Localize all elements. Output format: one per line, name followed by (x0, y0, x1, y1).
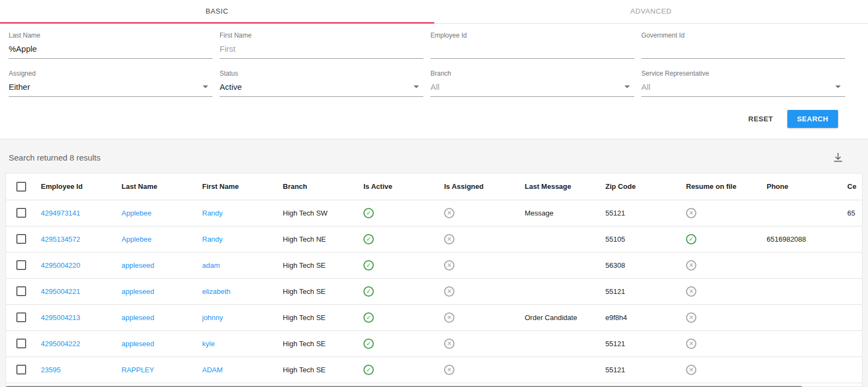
cell-last_message: Order Candidate (525, 304, 605, 330)
x-circle-icon: ✕ (686, 260, 696, 271)
x-circle-icon: ✕ (444, 312, 454, 323)
cell-link-first_name[interactable]: kyle (202, 340, 215, 348)
column-header-branch: Branch (283, 174, 363, 200)
cell-branch: High Tech NE (283, 226, 363, 252)
government-id-label: Government Id (641, 32, 845, 39)
cell-is_active: ✓ (363, 200, 444, 226)
cell-is_active: ✓ (363, 330, 444, 357)
cell-link-employee_id[interactable]: 4294973141 (41, 209, 80, 217)
row-checkbox[interactable] (16, 208, 26, 218)
cell-last_message (525, 226, 605, 252)
table-row: 23595RAPPLEYADAMHigh Tech SE✓✕55121✕ (6, 357, 863, 383)
cell-employee_id: 4295004221 (41, 278, 122, 304)
assigned-label: Assigned (9, 70, 213, 77)
branch-select[interactable]: All (430, 81, 634, 97)
cell-link-employee_id[interactable]: 4295004221 (41, 287, 80, 296)
last-name-label: Last Name (9, 32, 213, 39)
cell-link-employee_id[interactable]: 4295004220 (41, 261, 80, 269)
cell-link-employee_id[interactable]: 23595 (41, 366, 60, 374)
cell-first_name: Randy (202, 200, 283, 226)
cell-is_active: ✓ (363, 252, 444, 278)
cell-last_name: appleseed (122, 278, 202, 304)
cell-employee_id: 4295134572 (41, 226, 122, 252)
cell-cell (847, 226, 863, 252)
cell-link-first_name[interactable]: johnny (202, 314, 223, 322)
row-checkbox[interactable] (16, 286, 26, 296)
status-field: Status Active (220, 70, 423, 97)
table-row: 4295134572ApplebeeRandyHigh Tech NE✓✕551… (6, 226, 863, 252)
service-representative-select[interactable]: All (641, 81, 845, 97)
cell-zip_code: 56308 (605, 252, 686, 278)
cell-link-first_name[interactable]: adam (202, 261, 220, 269)
service-representative-label: Service Representative (641, 70, 845, 77)
x-circle-icon: ✕ (444, 208, 454, 218)
chevron-down-icon (835, 85, 841, 88)
cell-phone (767, 200, 847, 226)
cell-link-last_name[interactable]: appleseed (122, 340, 154, 348)
row-checkbox[interactable] (16, 260, 26, 270)
x-circle-icon: ✕ (444, 339, 454, 349)
cell-cell (847, 330, 863, 357)
cell-link-employee_id[interactable]: 4295004222 (41, 340, 80, 348)
tab-advanced[interactable]: ADVANCED (434, 0, 868, 23)
cell-link-last_name[interactable]: Applebee (122, 235, 151, 243)
cell-resume_on_file: ✕ (686, 357, 767, 383)
employee-id-input[interactable] (430, 42, 634, 59)
search-button[interactable]: SEARCH (787, 110, 838, 128)
column-header-is_assigned: Is Assigned (444, 174, 525, 200)
service-representative-field: Service Representative All (641, 70, 845, 97)
check-circle-icon: ✓ (363, 312, 374, 323)
cell-last_name: appleseed (122, 252, 202, 278)
row-checkbox[interactable] (16, 234, 26, 244)
cell-zip_code: 55121 (605, 200, 686, 226)
government-id-input[interactable] (641, 42, 845, 59)
x-circle-icon: ✕ (686, 339, 696, 349)
cell-employee_id: 4295004222 (41, 330, 122, 357)
cell-branch: High Tech SE (283, 252, 363, 278)
tab-advanced-label: ADVANCED (630, 7, 672, 15)
assigned-select[interactable]: Either (9, 81, 213, 97)
row-checkbox[interactable] (16, 312, 26, 322)
cell-first_name: adam (202, 252, 283, 278)
cell-link-last_name[interactable]: RAPPLEY (122, 366, 154, 374)
status-select[interactable]: Active (220, 81, 423, 97)
row-checkbox[interactable] (16, 365, 26, 374)
column-header-last_message: Last Message (525, 174, 605, 200)
reset-button[interactable]: RESET (748, 115, 773, 123)
first-name-field: First Name (220, 32, 423, 59)
cell-first_name: Randy (202, 226, 283, 252)
cell-select (6, 357, 41, 383)
row-checkbox[interactable] (16, 339, 26, 348)
cell-cell (847, 278, 863, 304)
tab-basic-label: BASIC (205, 7, 228, 15)
results-summary: Search returned 8 results (9, 153, 100, 162)
download-icon[interactable] (832, 151, 844, 163)
tab-basic[interactable]: BASIC (0, 0, 434, 23)
cell-link-first_name[interactable]: ADAM (202, 366, 223, 374)
first-name-input[interactable] (220, 42, 423, 59)
cell-last_name: Applebee (122, 226, 202, 252)
column-header-last_name: Last Name (122, 174, 202, 200)
cell-link-first_name[interactable]: Randy (202, 235, 223, 243)
table-row: 4295004221appleseedelizabethHigh Tech SE… (6, 278, 863, 304)
cell-link-last_name[interactable]: appleseed (122, 287, 154, 296)
cell-link-last_name[interactable]: appleseed (122, 261, 154, 269)
cell-employee_id: 23595 (41, 357, 122, 383)
cell-cell (847, 357, 863, 383)
cell-link-last_name[interactable]: Applebee (122, 209, 151, 217)
cell-last_name: appleseed (122, 330, 202, 357)
cell-link-first_name[interactable]: Randy (202, 209, 223, 217)
cell-last_message (525, 330, 605, 357)
branch-label: Branch (430, 70, 634, 77)
cell-resume_on_file: ✕ (686, 304, 767, 330)
cell-link-employee_id[interactable]: 4295134572 (41, 235, 80, 243)
select-all-checkbox[interactable] (16, 182, 26, 192)
cell-link-last_name[interactable]: appleseed (122, 314, 154, 322)
cell-link-first_name[interactable]: elizabeth (202, 287, 230, 296)
last-name-input[interactable] (9, 42, 213, 59)
cell-link-employee_id[interactable]: 4295004213 (41, 314, 80, 322)
cell-zip_code: 55121 (605, 278, 686, 304)
cell-cell (847, 304, 863, 330)
employee-id-field: Employee Id (430, 32, 634, 59)
assigned-field: Assigned Either (9, 70, 213, 97)
